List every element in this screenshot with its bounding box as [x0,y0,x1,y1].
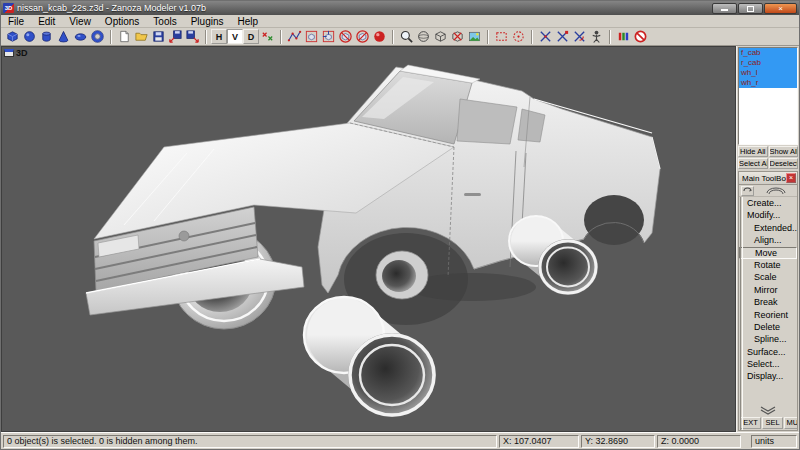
menu-plugins[interactable]: Plugins [184,15,231,28]
object-list-item[interactable]: r_cab [739,58,797,68]
ext-button[interactable]: EXT [740,417,761,429]
create-cylinder-icon[interactable] [38,29,55,45]
menu-help[interactable]: Help [231,15,266,28]
toolbox-item-spline[interactable]: Spline... [739,333,797,345]
select-quad-icon[interactable] [493,29,510,45]
toolbar-separator [609,30,611,44]
toolbox-expand-down-icon[interactable] [739,404,797,416]
zoom-icon[interactable] [398,29,415,45]
title-bar: 3D nissan_kcab_22s.z3d - Zanoza Modeler … [1,1,799,15]
toolbox-item-mirror[interactable]: Mirror [739,284,797,296]
vertex-color-icon[interactable] [615,29,632,45]
underbody-cylinder [376,251,428,299]
main-toolbox: Main ToolBox × Create... Modify... Exten… [738,171,798,431]
maximize-button[interactable] [738,3,763,14]
status-z-coordinate: Z: 0.0000 [657,435,741,448]
hide-all-button[interactable]: Hide All [738,146,768,157]
toolbox-item-modify[interactable]: Modify... [739,209,797,221]
toolbox-item-select[interactable]: Select... [739,358,797,370]
horizontal-view-button[interactable]: H [211,29,227,44]
wire-cube-icon[interactable] [432,29,449,45]
toolbox-item-scale[interactable]: Scale [739,271,797,283]
rotate-tool-icon[interactable] [571,29,588,45]
toolbox-groove [740,197,743,430]
depth-view-button[interactable]: D [243,29,259,44]
toolbox-item-break[interactable]: Break [739,296,797,308]
menu-edit[interactable]: Edit [31,15,62,28]
object-list-item[interactable]: wh_r [739,78,797,88]
truck-door-handle [464,193,481,196]
scale-tool-icon[interactable] [554,29,571,45]
object-list-item[interactable]: wh_l [739,68,797,78]
toolbox-item-display[interactable]: Display... [739,370,797,382]
create-box-icon[interactable] [4,29,21,45]
toolbox-item-delete[interactable]: Delete [739,321,797,333]
create-torus-icon[interactable] [89,29,106,45]
import-file-icon[interactable] [167,29,184,45]
disable-tool-icon[interactable] [632,29,649,45]
toolbox-title: Main ToolBox [742,174,786,183]
object-list[interactable]: f_cab r_cab wh_l wh_r [738,47,798,145]
vertical-view-button[interactable]: V [227,29,243,44]
menu-tools[interactable]: Tools [146,15,183,28]
open-file-icon[interactable] [133,29,150,45]
right-panel: f_cab r_cab wh_l wh_r Hide All Show All … [736,46,799,432]
maximize-icon [747,6,754,12]
toolbox-item-align[interactable]: Align... [739,234,797,246]
status-y-coordinate: Y: 32.8690 [581,435,655,448]
select-circle-icon[interactable] [510,29,527,45]
local-axes-cube-icon[interactable] [303,29,320,45]
toolbox-item-create[interactable]: Create... [739,197,797,209]
world-axes-cube-icon[interactable] [320,29,337,45]
close-button[interactable]: × [764,3,797,14]
toolbox-item-reorient[interactable]: Reorient [739,309,797,321]
hide-view-cube-icon[interactable] [449,29,466,45]
polyline-icon[interactable] [286,29,303,45]
toolbar-separator [280,30,282,44]
create-ellipsoid-icon[interactable] [72,29,89,45]
move-tool-icon[interactable] [537,29,554,45]
menu-file[interactable]: File [1,15,31,28]
wire-sphere-icon[interactable] [415,29,432,45]
toolbox-item-rotate[interactable]: Rotate [739,259,797,271]
textured-view-icon[interactable] [466,29,483,45]
toolbar-separator [205,30,207,44]
toolbox-item-extended[interactable]: Extended... [739,222,797,234]
menu-options[interactable]: Options [98,15,146,28]
toolbox-item-move[interactable]: Move [739,247,797,259]
show-all-button[interactable]: Show All [769,146,799,157]
status-x-coordinate: X: 107.0407 [499,435,579,448]
toolbox-item-surface[interactable]: Surface... [739,346,797,358]
minimize-icon [721,9,728,11]
sel-button[interactable]: SEL [762,417,783,429]
viewport-maximize-icon[interactable] [4,49,14,57]
minimize-button[interactable] [712,3,737,14]
3d-viewport[interactable]: 3D [1,46,736,432]
truck-quarter-window [518,109,545,142]
menu-bar: File Edit View Options Tools Plugins Hel… [1,15,799,28]
toolbox-collapse-up-icon[interactable] [756,187,795,195]
toolbox-close-button[interactable]: × [786,173,796,183]
new-file-icon[interactable] [116,29,133,45]
toggle-markers-icon[interactable] [259,29,276,45]
no-pivot-cube-icon[interactable] [354,29,371,45]
create-cone-icon[interactable] [55,29,72,45]
status-units: units [751,435,797,448]
rear-wheel-well-shadow [584,195,644,245]
app-icon: 3D [3,3,14,13]
render-sphere-icon[interactable] [371,29,388,45]
mul-button[interactable]: MUL [784,417,797,429]
object-list-item[interactable]: f_cab [739,48,797,58]
export-file-icon[interactable] [184,29,201,45]
toolbox-mode-button[interactable] [741,186,754,196]
truck-model-render[interactable] [2,47,736,432]
deselect-button[interactable]: Deselect [769,158,799,169]
save-file-icon[interactable] [150,29,167,45]
create-sphere-icon[interactable] [21,29,38,45]
bones-person-icon[interactable] [588,29,605,45]
menu-view[interactable]: View [62,15,98,28]
no-axes-cube-icon[interactable] [337,29,354,45]
select-all-button[interactable]: Select All [738,158,768,169]
viewport-label: 3D [16,48,28,58]
toolbar-separator [392,30,394,44]
